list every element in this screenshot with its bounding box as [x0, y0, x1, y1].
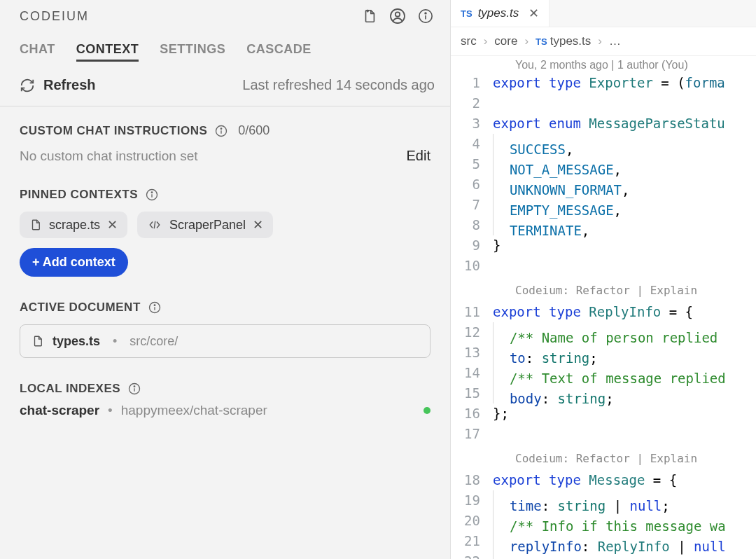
editor-tab[interactable]: TS types.ts ✕: [451, 0, 550, 27]
editor-pane: TS types.ts ✕ src › core › TStypes.ts › …: [451, 0, 756, 559]
index-path: happymeex/chat-scraper: [121, 403, 267, 418]
code-line[interactable]: 12 /** Name of person replied: [451, 322, 756, 343]
line-number: 3: [451, 113, 493, 134]
code-line[interactable]: 19 time: string | null;: [451, 490, 756, 511]
crumb-folder[interactable]: core: [494, 34, 517, 48]
new-file-icon[interactable]: [360, 7, 379, 25]
status-indicator: [424, 407, 430, 414]
index-name: chat-scraper: [20, 403, 99, 418]
tab-context[interactable]: CONTEXT: [76, 42, 139, 62]
info-icon[interactable]: [214, 124, 228, 138]
svg-line-11: [154, 221, 155, 229]
active-doc-path: src/core/: [130, 334, 178, 349]
line-number: 18: [451, 470, 493, 490]
line-number: 1: [451, 73, 493, 93]
info-icon[interactable]: [127, 382, 141, 396]
active-doc-title: ACTIVE DOCUMENT: [20, 301, 141, 315]
section-active-document: ACTIVE DOCUMENT types.ts • src/core/: [0, 284, 450, 365]
code-line[interactable]: 8 TERMINATE,: [451, 215, 756, 235]
line-number: 13: [451, 343, 493, 363]
line-number: 8: [451, 215, 493, 235]
tab-chat[interactable]: CHAT: [20, 42, 55, 62]
code-line[interactable]: 14 /** Text of message replied: [451, 363, 756, 383]
refresh-row: Refresh Last refreshed 14 seconds ago: [0, 69, 450, 106]
code-area[interactable]: 1export type Exporter = (forma2 3export …: [451, 73, 756, 559]
chip-label: ScraperPanel: [169, 218, 246, 233]
edit-button[interactable]: Edit: [407, 148, 430, 164]
info-icon[interactable]: [416, 7, 435, 25]
git-blame: You, 2 months ago | 1 author (You): [451, 59, 756, 71]
line-number: 19: [451, 490, 493, 511]
active-doc-name: types.ts: [52, 334, 100, 349]
code-line[interactable]: 2: [451, 93, 756, 113]
refresh-button[interactable]: Refresh: [20, 77, 95, 93]
svg-point-17: [134, 386, 135, 387]
code-line[interactable]: 3export enum MessageParseStatu: [451, 113, 756, 134]
code-line[interactable]: 4 SUCCESS,: [451, 134, 756, 154]
codelens[interactable]: Codeium: Refactor | Explain: [451, 280, 756, 301]
info-icon[interactable]: [148, 301, 162, 315]
code-line[interactable]: 5 NOT_A_MESSAGE,: [451, 154, 756, 174]
svg-point-7: [221, 127, 223, 129]
close-icon[interactable]: ✕: [528, 6, 539, 21]
line-number: 2: [451, 93, 493, 113]
code-line[interactable]: 7 EMPTY_MESSAGE,: [451, 195, 756, 215]
svg-point-4: [425, 13, 426, 14]
account-icon[interactable]: [388, 7, 407, 25]
language-badge: TS: [461, 8, 472, 19]
info-icon[interactable]: [145, 188, 159, 202]
line-number: 7: [451, 195, 493, 215]
line-number: 9: [451, 235, 493, 256]
pinned-chips: scrape.ts ✕ ScraperPanel ✕: [20, 212, 430, 238]
code-line[interactable]: 18export type Message = {: [451, 470, 756, 490]
header-icons: [360, 7, 435, 25]
refresh-label: Refresh: [43, 77, 95, 93]
crumb-file[interactable]: TStypes.ts: [536, 34, 591, 48]
svg-point-1: [396, 12, 400, 16]
add-context-button[interactable]: + Add context: [20, 248, 128, 277]
code-line[interactable]: 20 /** Info if this message wa: [451, 511, 756, 531]
breadcrumbs[interactable]: src › core › TStypes.ts › …: [451, 27, 756, 56]
file-icon: [31, 333, 44, 349]
pinned-chip-symbol[interactable]: ScraperPanel ✕: [137, 212, 273, 238]
code-line[interactable]: 11export type ReplyInfo = {: [451, 302, 756, 322]
pinned-chip-file[interactable]: scrape.ts ✕: [20, 212, 127, 238]
code-line[interactable]: 17: [451, 424, 756, 444]
tab-cascade[interactable]: CASCADE: [246, 42, 312, 62]
close-icon[interactable]: ✕: [253, 217, 263, 233]
close-icon[interactable]: ✕: [107, 217, 118, 233]
code-line[interactable]: 13 to: string;: [451, 343, 756, 363]
line-number: 14: [451, 363, 493, 383]
codelens[interactable]: Codeium: Refactor | Explain: [451, 448, 756, 469]
line-number: 17: [451, 424, 493, 444]
code-line[interactable]: 15 body: string;: [451, 383, 756, 403]
crumb-folder[interactable]: src: [461, 34, 477, 48]
line-number: 16: [451, 403, 493, 424]
local-indexes-title: LOCAL INDEXES: [20, 382, 120, 396]
brand-label: CODEIUM: [20, 9, 89, 24]
code-line[interactable]: 21 replyInfo: ReplyInfo | null: [451, 531, 756, 551]
line-number: 15: [451, 383, 493, 403]
code-icon: [147, 219, 162, 231]
index-row[interactable]: chat-scraper • happymeex/chat-scraper: [20, 403, 430, 418]
refresh-icon: [20, 78, 35, 93]
chip-label: scrape.ts: [49, 218, 100, 233]
refresh-status: Last refreshed 14 seconds ago: [242, 77, 435, 93]
svg-point-10: [151, 192, 153, 193]
codeium-panel: CODEIUM CHAT CONTEXT SETTINGS CASCADE Re…: [0, 0, 451, 559]
line-number: 6: [451, 174, 493, 195]
editor-tabbar: TS types.ts ✕: [451, 0, 756, 27]
code-line[interactable]: 1export type Exporter = (forma: [451, 73, 756, 93]
tab-settings[interactable]: SETTINGS: [160, 42, 225, 62]
code-line[interactable]: 9}: [451, 235, 756, 256]
code-line[interactable]: 10: [451, 256, 756, 276]
code-line[interactable]: 22 sender: string;: [451, 551, 756, 559]
line-number: 22: [451, 551, 493, 559]
file-icon: [29, 218, 42, 232]
active-doc-card[interactable]: types.ts • src/core/: [20, 324, 430, 358]
section-local-indexes: LOCAL INDEXES chat-scraper • happymeex/c…: [0, 365, 450, 425]
char-counter: 0/600: [238, 123, 270, 138]
code-line[interactable]: 6 UNKNOWN_FORMAT,: [451, 174, 756, 195]
crumb-more[interactable]: …: [609, 34, 621, 48]
code-line[interactable]: 16};: [451, 403, 756, 424]
